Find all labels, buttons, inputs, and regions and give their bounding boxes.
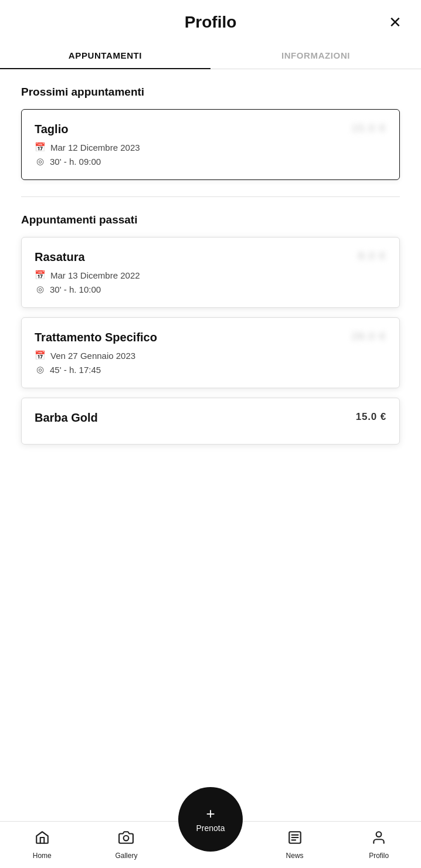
close-button[interactable]: ✕	[383, 11, 407, 34]
card-date-rasatura: 📅 Mar 13 Dicembre 2022	[35, 270, 386, 280]
card-date-taglio: 📅 Mar 12 Dicembre 2023	[35, 142, 386, 152]
svg-point-5	[376, 832, 382, 837]
profile-icon	[371, 830, 386, 849]
news-icon	[287, 830, 303, 849]
nav-item-profilo[interactable]: Profilo	[337, 830, 421, 860]
card-time-taglio: ◎ 30' - h. 09:00	[35, 156, 386, 167]
nav-item-home[interactable]: Home	[0, 830, 84, 860]
card-time-rasatura: ◎ 30' - h. 10:00	[35, 284, 386, 294]
main-content: Prossimi appuntamenti Taglio 15.0 € 📅 Ma…	[0, 69, 421, 524]
tab-informazioni[interactable]: INFORMAZIONI	[210, 41, 421, 69]
card-title-trattamento: Trattamento Specifico	[35, 331, 157, 344]
card-time-trattamento: ◎ 45' - h. 17:45	[35, 364, 386, 375]
nav-item-news[interactable]: News	[253, 830, 337, 860]
card-date-trattamento: 📅 Ven 27 Gennaio 2023	[35, 350, 386, 361]
card-title-taglio: Taglio	[35, 123, 68, 136]
clock-icon-trattamento: ◎	[35, 364, 45, 375]
upcoming-section-title: Prossimi appuntamenti	[21, 86, 400, 99]
card-price-taglio: 15.0 €	[352, 123, 386, 134]
card-title-rasatura: Rasatura	[35, 250, 85, 264]
fab-plus-icon: +	[206, 806, 215, 821]
clock-icon-rasatura: ◎	[35, 284, 45, 294]
card-price-barba-gold: 15.0 €	[356, 411, 386, 423]
camera-icon	[118, 830, 134, 849]
card-header-rasatura: Rasatura 8.0 €	[35, 250, 386, 264]
calendar-icon-trattamento: 📅	[35, 350, 46, 361]
nav-label-gallery: Gallery	[115, 852, 137, 860]
nav-label-news: News	[286, 852, 304, 860]
tab-appuntamenti[interactable]: APPUNTAMENTI	[0, 41, 210, 69]
home-icon	[35, 830, 50, 849]
calendar-icon-rasatura: 📅	[35, 270, 46, 280]
nav-label-profilo: Profilo	[369, 852, 389, 860]
fab-label: Prenota	[196, 823, 225, 833]
nav-item-gallery[interactable]: Gallery	[84, 830, 169, 860]
nav-label-home: Home	[33, 852, 52, 860]
header: Profilo ✕	[0, 0, 421, 41]
page-title: Profilo	[185, 13, 237, 32]
appointment-card-taglio[interactable]: Taglio 15.0 € 📅 Mar 12 Dicembre 2023 ◎ 3…	[21, 109, 400, 180]
card-price-rasatura: 8.0 €	[358, 250, 386, 262]
calendar-icon-taglio: 📅	[35, 142, 46, 152]
card-header-trattamento: Trattamento Specifico 28.0 €	[35, 331, 386, 344]
clock-icon-taglio: ◎	[35, 156, 45, 167]
appointment-card-trattamento[interactable]: Trattamento Specifico 28.0 € 📅 Ven 27 Ge…	[21, 317, 400, 388]
card-price-trattamento: 28.0 €	[352, 331, 386, 343]
section-divider	[21, 196, 400, 197]
card-title-barba-gold: Barba Gold	[35, 411, 98, 425]
card-header-taglio: Taglio 15.0 €	[35, 123, 386, 136]
svg-point-0	[124, 836, 129, 841]
past-section-title: Appuntamenti passati	[21, 213, 400, 226]
appointment-card-rasatura[interactable]: Rasatura 8.0 € 📅 Mar 13 Dicembre 2022 ◎ …	[21, 237, 400, 308]
card-header-barba-gold: Barba Gold 15.0 €	[35, 411, 386, 425]
prenota-fab[interactable]: + Prenota	[178, 787, 243, 852]
tabs-container: APPUNTAMENTI INFORMAZIONI	[0, 41, 421, 69]
appointment-card-barba-gold[interactable]: Barba Gold 15.0 €	[21, 398, 400, 445]
